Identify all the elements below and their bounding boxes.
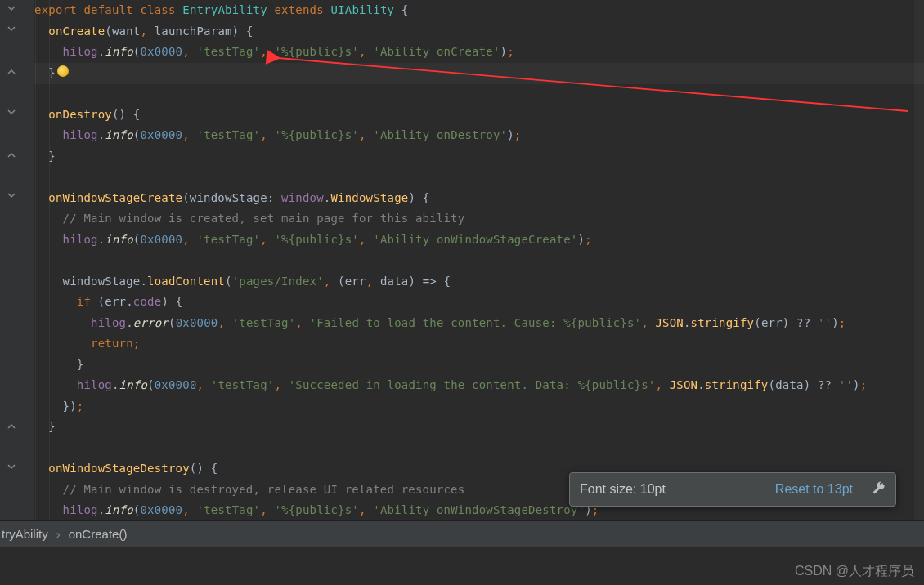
- code-line[interactable]: }: [34, 146, 56, 167]
- watermark: CSDN @人才程序员: [795, 563, 914, 580]
- fold-expand-icon[interactable]: [7, 192, 16, 202]
- fold-collapse-up-icon[interactable]: [7, 422, 16, 431]
- fontsize-label: Font size: 10pt: [580, 482, 666, 497]
- code-line[interactable]: hilog.info(0x0000, 'testTag', '%{public}…: [34, 42, 514, 63]
- fold-expand-icon[interactable]: [7, 25, 16, 35]
- code-line[interactable]: hilog.error(0x0000, 'testTag', 'Failed t…: [34, 313, 846, 334]
- code-line[interactable]: onWindowStageDestroy() {: [34, 458, 218, 480]
- code-line[interactable]: hilog.info(0x0000, 'testTag', '%{public}…: [34, 125, 522, 146]
- code-line[interactable]: return;: [34, 333, 140, 355]
- code-area[interactable]: export default class EntryAbility extend…: [34, 0, 924, 520]
- gutter: [0, 0, 34, 520]
- code-line[interactable]: // Main window is created, set main page…: [34, 208, 464, 230]
- fold-collapse-up-icon[interactable]: [7, 150, 16, 160]
- intention-bulb-icon[interactable]: [57, 65, 69, 77]
- code-line[interactable]: }: [34, 63, 56, 84]
- code-line[interactable]: if (err.code) {: [34, 292, 182, 313]
- fold-expand-icon[interactable]: [7, 5, 16, 15]
- breadcrumb-item[interactable]: tryAbility: [2, 527, 48, 541]
- code-line[interactable]: });: [34, 396, 83, 418]
- code-line[interactable]: }: [34, 417, 56, 438]
- code-line[interactable]: windowStage.loadContent('pages/Index', (…: [34, 271, 451, 292]
- editor-area[interactable]: export default class EntryAbility extend…: [0, 0, 924, 520]
- fold-expand-icon[interactable]: [7, 463, 16, 473]
- breadcrumb-item[interactable]: onCreate(): [69, 527, 128, 541]
- code-line[interactable]: // Main window is destroyed, release UI …: [34, 480, 464, 501]
- wrench-icon[interactable]: [871, 480, 886, 498]
- code-line[interactable]: export default class EntryAbility extend…: [34, 0, 408, 21]
- code-line[interactable]: hilog.info(0x0000, 'testTag', '%{public}…: [34, 230, 592, 251]
- breadcrumb[interactable]: tryAbility › onCreate(): [0, 520, 924, 547]
- code-line[interactable]: onCreate(want, launchParam) {: [34, 21, 253, 42]
- reset-fontsize-link[interactable]: Reset to 13pt: [775, 482, 853, 497]
- code-line[interactable]: onWindowStageCreate(windowStage: window.…: [34, 188, 429, 209]
- code-line[interactable]: hilog.info(0x0000, 'testTag', '%{public}…: [34, 500, 599, 520]
- code-line[interactable]: onDestroy() {: [34, 105, 140, 126]
- fontsize-popup: Font size: 10pt Reset to 13pt: [569, 472, 896, 507]
- fold-expand-icon[interactable]: [7, 109, 16, 118]
- chevron-right-icon: ›: [56, 527, 61, 541]
- code-line[interactable]: hilog.info(0x0000, 'testTag', 'Succeeded…: [34, 375, 867, 396]
- code-line[interactable]: }: [34, 355, 83, 376]
- vertical-scrollbar[interactable]: [914, 0, 924, 520]
- fold-collapse-up-icon[interactable]: [7, 67, 16, 77]
